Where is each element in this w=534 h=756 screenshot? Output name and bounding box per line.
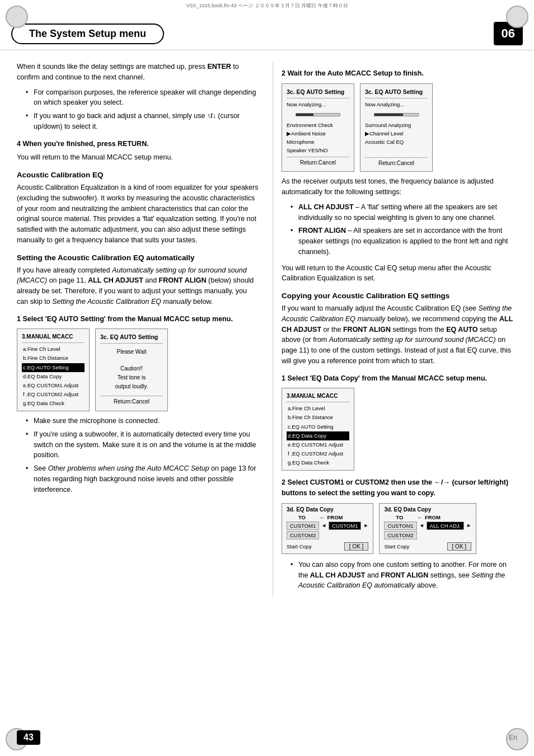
progress-area2 — [365, 110, 428, 119]
dc2-left-arrow: ◄ — [419, 523, 424, 528]
dc2-right-arrow: ► — [466, 523, 471, 528]
dc-box1-to-custom2: CUSTOM2 — [287, 531, 319, 539]
dc-box1-from-custom1: CUSTOM1 — [329, 522, 361, 530]
dc2-from-label: FROM — [425, 514, 441, 520]
copying-para: If you want to manually adjust the Acous… — [282, 303, 517, 367]
eq-screen1-title: 3c. EQ AUTO Setting — [287, 87, 349, 98]
step1-heading: 1 Select 'EQ AUTO Setting' from the Manu… — [17, 314, 259, 325]
dc-box2-title: 3d. EQ Data Copy — [384, 506, 471, 513]
dc-box1-custom1-row: CUSTOM1 ◄ CUSTOM1 ► — [287, 522, 368, 530]
manual-mcacc-menu: 3.MANUAL MCACC a.Fine Ch Level b.Fine Ch… — [17, 328, 90, 411]
page-container: VSX_1015.book.fm 43 ページ ２００５年３月７日 月曜日 午後… — [0, 0, 534, 756]
eq-screens: 3c. EQ AUTO Setting Now Analyzing... Env… — [282, 83, 517, 172]
progress-fill1 — [296, 114, 313, 116]
page-footer: 43 En — [0, 730, 534, 745]
copy-item-e: e.EQ CUSTOM1 Adjust — [287, 440, 349, 449]
step1c-heading: 1 Select 'EQ Data Copy' from the Manual … — [282, 373, 517, 384]
eq-screen1-content: Environment Check ▶Ambient Noise Microph… — [287, 121, 349, 155]
dc-box2-ok[interactable]: [ OK ] — [447, 542, 472, 551]
eq-screen2-analyzing: Now Analyzing... — [365, 100, 428, 109]
step2-heading: 2 Wait for the Auto MCACC Setup to finis… — [282, 68, 517, 79]
eq-screen1: 3c. EQ AUTO Setting Now Analyzing... Env… — [282, 83, 354, 172]
eq-screen2-content: Surround Analyzing ▶Channel Level Acoust… — [365, 121, 428, 147]
dc-box1-ok[interactable]: [ OK ] — [344, 542, 369, 551]
progress-bar1 — [296, 113, 340, 116]
dc-box2-startcopy: Start Copy — [384, 543, 409, 550]
eq-screen2: 3c. EQ AUTO Setting Now Analyzing... Sur… — [360, 83, 433, 172]
mcacc-item-c: c.EQ AUTO Setting — [22, 363, 85, 372]
setting-auto-para: If you have already completed Automatica… — [17, 265, 259, 307]
section-copying-title: Copying your Acoustic Calibration EQ set… — [282, 292, 517, 300]
eq-please-wait: Please Wait — [100, 345, 163, 359]
header-bar: The System Setup menu 06 — [0, 17, 534, 50]
menu-boxes-step1: 3.MANUAL MCACC a.Fine Ch Level b.Fine Ch… — [17, 328, 259, 411]
data-copy-boxes: 3d. EQ Data Copy TO ← FROM CUSTOM1 ◄ CUS… — [282, 503, 517, 554]
dc-box2-custom2-row: CUSTOM2 — [384, 531, 471, 539]
content-area: When it sounds like the delay settings a… — [0, 50, 534, 608]
intro-bullets: For comparison purposes, the reference s… — [26, 87, 259, 132]
copy-item-f: f .EQ CUSTOM2 Adjust — [287, 449, 349, 458]
mcacc-item-e: e.EQ CUSTOM1 Adjust — [22, 381, 85, 390]
dc-to-label: TO — [287, 514, 317, 520]
dc-box2-to-custom1: CUSTOM1 — [384, 522, 416, 530]
bullet-problems: See Other problems when using the Auto M… — [26, 463, 259, 495]
step2c-heading: 2 Select CUSTOM1 or CUSTOM2 then use the… — [282, 477, 517, 499]
mcacc-item-d: d.EQ Data Copy — [22, 372, 85, 381]
settings-bullets: ALL CH ADJUST – A 'flat' setting where a… — [291, 202, 517, 257]
dc-right-arrow: ► — [363, 523, 368, 528]
dc-box1-to-custom1: CUSTOM1 — [287, 522, 319, 530]
bullet-mic: Make sure the microphone is connected. — [26, 416, 259, 426]
progress-area1 — [287, 110, 349, 119]
copy-item-a: a.Fine Ch Level — [287, 404, 349, 413]
bullet-front-align: FRONT ALIGN – All speakers are set in ac… — [291, 226, 517, 257]
bullet-all-ch-adjust: ALL CH ADJUST – A 'flat' setting where a… — [291, 202, 517, 223]
bullet-copy-note: You can also copy from one custom settin… — [291, 560, 517, 591]
dc-box2-to-custom2: CUSTOM2 — [384, 531, 416, 539]
corner-decoration-tl — [6, 6, 28, 28]
eq-screen1-footer: Return:Cancel — [287, 157, 349, 167]
file-path: VSX_1015.book.fm 43 ページ ２００５年３月７日 月曜日 午後… — [0, 0, 534, 12]
dc-box2-custom1-row: CUSTOM1 ◄ ALL CH ADJ. ► — [384, 522, 471, 530]
data-copy-box2: 3d. EQ Data Copy TO ← FROM CUSTOM1 ◄ ALL… — [379, 503, 476, 554]
progress-fill2 — [374, 114, 403, 116]
step4-text: You will return to the Manual MCACC setu… — [17, 152, 259, 163]
header-title: The System Setup menu — [11, 24, 164, 44]
data-copy-box1: 3d. EQ Data Copy TO ← FROM CUSTOM1 ◄ CUS… — [282, 503, 373, 554]
bullet-item: If you want to go back and adjust a chan… — [26, 111, 259, 132]
dc-box1-custom2-row: CUSTOM2 — [287, 531, 368, 539]
manual-mcacc-title: 3.MANUAL MCACC — [22, 332, 85, 343]
after-finish-para: As the receiver outputs test tones, the … — [282, 176, 517, 198]
mcacc-item-a: a.Fine Ch Level — [22, 345, 85, 354]
dc2-to-label: TO — [384, 514, 415, 520]
step1-bullets: Make sure the microphone is connected. I… — [26, 416, 259, 495]
dc-box1-startcopy: Start Copy — [287, 543, 312, 550]
section-setting-auto-title: Setting the Acoustic Calibration EQ auto… — [17, 253, 259, 262]
dc-box1-title: 3d. EQ Data Copy — [287, 506, 368, 513]
dc2-arrow: ← — [417, 514, 423, 520]
dc-arrow: ← — [320, 514, 325, 520]
corner-decoration-tr — [506, 6, 528, 28]
page-number: 43 — [17, 730, 40, 745]
dc-from-label: FROM — [327, 514, 343, 520]
dc-left-arrow: ◄ — [321, 523, 326, 528]
mcacc-item-b: b.Fine Ch Distance — [22, 354, 85, 363]
dc-box2-footer: Start Copy [ OK ] — [384, 542, 471, 551]
dc-box2-from-allch: ALL CH ADJ. — [427, 522, 465, 530]
manual-mcacc-copy-menu: 3.MANUAL MCACC a.Fine Ch Level b.Fine Ch… — [282, 388, 354, 471]
progress-bar2 — [374, 113, 419, 116]
page-lang: En — [509, 734, 517, 741]
section-acoustic-title: Acoustic Calibration EQ — [17, 171, 259, 179]
dc-box1-header-row: TO ← FROM — [287, 514, 368, 520]
eq-auto-setting-menu: 3c. EQ AUTO Setting Please Wait Caution!… — [95, 328, 168, 411]
intro-paragraph: When it sounds like the delay settings a… — [17, 62, 259, 83]
eq-screen2-title: 3c. EQ AUTO Setting — [365, 87, 428, 98]
acoustic-para: Acoustic Calibration Equalization is a k… — [17, 182, 259, 246]
mcacc-item-f: f .EQ CUSTOM2 Adjust — [22, 390, 85, 399]
bullet-subwoofer: If you're using a subwoofer, it is autom… — [26, 429, 259, 461]
mcacc-item-g: g.EQ Data Check — [22, 399, 85, 408]
return-text: You will return to the Acoustic Cal EQ s… — [282, 263, 517, 284]
eq-caution: Caution!!Test tone isoutput loudly. — [100, 362, 163, 393]
copy-item-d: d.EQ Data Copy — [287, 431, 349, 440]
step4-heading: 4 When you're finished, press RETURN. — [17, 139, 259, 149]
copy-item-b: b.Fine Ch Distance — [287, 413, 349, 422]
